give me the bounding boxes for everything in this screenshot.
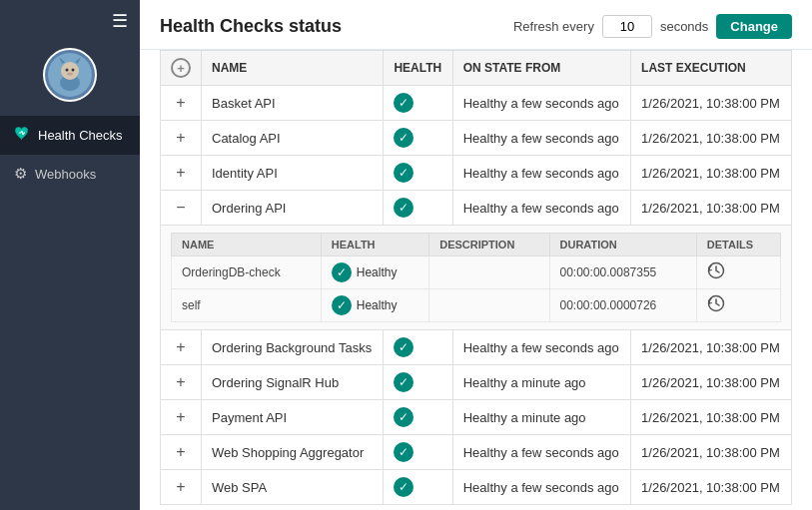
health-check-icon: ✓ bbox=[394, 372, 413, 392]
table-row: + Ordering Background Tasks ✓ Healthy a … bbox=[161, 330, 792, 365]
on-state-cell: Healthy a few seconds ago bbox=[452, 86, 630, 121]
expand-cell[interactable]: + bbox=[161, 435, 202, 470]
sub-name-cell: self bbox=[172, 289, 322, 322]
svg-point-6 bbox=[72, 69, 75, 72]
expand-button[interactable]: − bbox=[176, 199, 185, 217]
health-check-icon: ✓ bbox=[394, 163, 413, 183]
health-cell: ✓ bbox=[384, 400, 452, 435]
on-state-cell: Healthy a few seconds ago bbox=[452, 470, 630, 505]
name-cell: Web SPA bbox=[202, 470, 384, 505]
sidebar-item-webhooks[interactable]: ⚙ Webhooks bbox=[0, 155, 140, 193]
history-icon[interactable] bbox=[707, 298, 725, 315]
health-cell: ✓ bbox=[384, 435, 452, 470]
svg-point-5 bbox=[66, 69, 69, 72]
health-cell: ✓ bbox=[384, 191, 452, 226]
on-state-cell: Healthy a few seconds ago bbox=[452, 156, 630, 191]
sub-details-cell[interactable] bbox=[696, 256, 780, 289]
health-check-icon: ✓ bbox=[394, 407, 413, 427]
last-execution-cell: 1/26/2021, 10:38:00 PM bbox=[631, 156, 792, 191]
expand-cell[interactable]: + bbox=[161, 365, 202, 400]
expand-cell[interactable]: + bbox=[161, 121, 202, 156]
last-execution-cell: 1/26/2021, 10:38:00 PM bbox=[631, 400, 792, 435]
sub-details-cell[interactable] bbox=[696, 289, 780, 322]
on-state-cell: Healthy a minute ago bbox=[452, 400, 630, 435]
sub-health-cell: ✓ Healthy bbox=[321, 289, 428, 322]
health-cell: ✓ bbox=[384, 86, 452, 121]
sub-table-cell: NAME HEALTH DESCRIPTION DURATION DETAILS… bbox=[161, 226, 792, 330]
sub-col-name: NAME bbox=[172, 234, 322, 256]
health-cell: ✓ bbox=[384, 330, 452, 365]
sidebar-item-label-health-checks: Health Checks bbox=[38, 128, 123, 143]
avatar bbox=[43, 48, 97, 102]
table-row: + Payment API ✓ Healthy a minute ago 1/2… bbox=[161, 400, 792, 435]
on-state-cell: Healthy a few seconds ago bbox=[452, 121, 630, 156]
history-icon[interactable] bbox=[707, 265, 725, 282]
health-cell: ✓ bbox=[384, 121, 452, 156]
sidebar: ☰ bbox=[0, 0, 140, 510]
refresh-unit: seconds bbox=[660, 19, 708, 34]
name-cell: Basket API bbox=[202, 86, 384, 121]
sub-health-icon: ✓ bbox=[332, 295, 352, 315]
last-execution-cell: 1/26/2021, 10:38:00 PM bbox=[631, 365, 792, 400]
name-cell: Catalog API bbox=[202, 121, 384, 156]
refresh-input[interactable] bbox=[602, 15, 652, 38]
add-row-icon[interactable]: + bbox=[171, 58, 191, 78]
sub-health-icon: ✓ bbox=[332, 262, 352, 282]
health-cell: ✓ bbox=[384, 156, 452, 191]
expand-button[interactable]: + bbox=[176, 443, 185, 461]
sub-table-row: NAME HEALTH DESCRIPTION DURATION DETAILS… bbox=[161, 226, 792, 330]
svg-point-7 bbox=[67, 73, 73, 76]
on-state-cell: Healthy a minute ago bbox=[452, 365, 630, 400]
on-state-cell: Healthy a few seconds ago bbox=[452, 435, 630, 470]
table-row: + Web SPA ✓ Healthy a few seconds ago 1/… bbox=[161, 470, 792, 505]
main-content: Health Checks status Refresh every secon… bbox=[140, 0, 812, 510]
svg-point-2 bbox=[61, 62, 79, 80]
change-button[interactable]: Change bbox=[716, 14, 792, 39]
sub-duration-cell: 00:00:00.0000726 bbox=[549, 289, 696, 322]
webhooks-icon: ⚙ bbox=[14, 165, 27, 183]
table-container: + NAME HEALTH ON STATE FROM LAST EXECUTI… bbox=[140, 50, 812, 510]
main-header: Health Checks status Refresh every secon… bbox=[140, 0, 812, 50]
health-check-icon: ✓ bbox=[394, 128, 413, 148]
expand-button[interactable]: + bbox=[176, 338, 185, 356]
healthy-label: ✓ Healthy bbox=[332, 295, 418, 315]
expand-button[interactable]: + bbox=[176, 408, 185, 426]
page-title: Health Checks status bbox=[160, 16, 342, 37]
expand-button[interactable]: + bbox=[176, 478, 185, 496]
health-check-icon: ✓ bbox=[394, 442, 413, 462]
sidebar-item-health-checks[interactable]: Health Checks bbox=[0, 116, 140, 155]
expand-cell[interactable]: + bbox=[161, 156, 202, 191]
table-row: + Web Shopping Aggregator ✓ Healthy a fe… bbox=[161, 435, 792, 470]
sub-health-cell: ✓ Healthy bbox=[321, 256, 428, 289]
sub-table-row: OrderingDB-check ✓ Healthy 00:00:00.0087… bbox=[172, 256, 781, 289]
refresh-controls: Refresh every seconds Change bbox=[513, 14, 792, 39]
expand-cell[interactable]: − bbox=[161, 191, 202, 226]
hamburger-icon[interactable]: ☰ bbox=[112, 10, 128, 32]
last-execution-cell: 1/26/2021, 10:38:00 PM bbox=[631, 86, 792, 121]
name-cell: Ordering API bbox=[202, 191, 384, 226]
sub-table: NAME HEALTH DESCRIPTION DURATION DETAILS… bbox=[171, 233, 781, 322]
name-cell: Identity API bbox=[202, 156, 384, 191]
expand-button[interactable]: + bbox=[176, 164, 185, 182]
expand-button[interactable]: + bbox=[176, 94, 185, 112]
expand-cell[interactable]: + bbox=[161, 470, 202, 505]
sub-col-description: DESCRIPTION bbox=[429, 234, 549, 256]
table-row: + Ordering SignalR Hub ✓ Healthy a minut… bbox=[161, 365, 792, 400]
expand-cell[interactable]: + bbox=[161, 86, 202, 121]
health-cell: ✓ bbox=[384, 470, 452, 505]
health-check-icon: ✓ bbox=[394, 477, 413, 497]
expand-button[interactable]: + bbox=[176, 129, 185, 147]
sub-col-duration: DURATION bbox=[549, 234, 696, 256]
health-checks-table: + NAME HEALTH ON STATE FROM LAST EXECUTI… bbox=[160, 50, 792, 505]
sub-col-details: DETAILS bbox=[696, 234, 780, 256]
healthy-label: ✓ Healthy bbox=[332, 262, 418, 282]
on-state-cell: Healthy a few seconds ago bbox=[452, 330, 630, 365]
expand-cell[interactable]: + bbox=[161, 330, 202, 365]
expand-cell[interactable]: + bbox=[161, 400, 202, 435]
health-check-icon: ✓ bbox=[394, 337, 413, 357]
sub-col-health: HEALTH bbox=[321, 234, 428, 256]
table-row: − Ordering API ✓ Healthy a few seconds a… bbox=[161, 191, 792, 226]
last-execution-cell: 1/26/2021, 10:38:00 PM bbox=[631, 470, 792, 505]
expand-button[interactable]: + bbox=[176, 373, 185, 391]
last-execution-cell: 1/26/2021, 10:38:00 PM bbox=[631, 330, 792, 365]
